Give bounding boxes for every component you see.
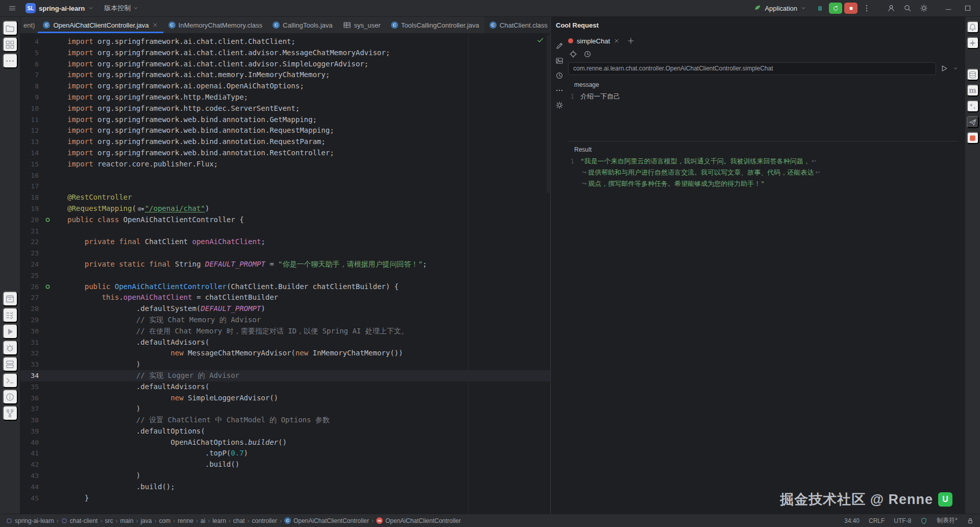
code-line[interactable]: 23 — [20, 248, 550, 259]
code-line[interactable]: 40 OpenAiChatOptions.builder() — [20, 437, 550, 448]
breadcrumb-item[interactable]: ai — [201, 517, 205, 524]
code-line[interactable]: 26 public OpenAiChatClientController(Cha… — [20, 281, 550, 293]
tool-problems[interactable] — [3, 389, 18, 404]
breadcrumb-item[interactable]: renne — [178, 517, 193, 524]
code-line[interactable]: 36 new SimpleLoggerAdvisor() — [20, 393, 550, 404]
code-line[interactable]: 24 private static final String DEFAULT_P… — [20, 259, 550, 270]
tab-ent-[interactable]: ent) — [20, 17, 38, 33]
code-line[interactable]: 22 private final ChatClient openAiChatCl… — [20, 236, 550, 248]
code-line[interactable]: 7import org.springframework.ai.chat.memo… — [20, 69, 550, 81]
minimize-button[interactable] — [941, 2, 955, 15]
code-line[interactable]: 25 — [20, 270, 550, 281]
endpoint-gutter-icon[interactable] — [45, 284, 51, 290]
code-line[interactable]: 6import org.springframework.ai.chat.clie… — [20, 59, 550, 70]
code-line[interactable]: 43 ) — [20, 470, 550, 482]
code-line[interactable]: 31 .defaultAdvisors( — [20, 337, 550, 348]
tool-run[interactable] — [3, 324, 18, 339]
tool-services[interactable] — [3, 356, 18, 372]
history-icon[interactable] — [555, 71, 564, 80]
tool-coverage[interactable] — [967, 132, 979, 144]
tool-debug[interactable] — [3, 340, 18, 355]
tool-ai-assistant[interactable] — [967, 37, 979, 49]
tool-notifications[interactable] — [967, 21, 979, 33]
pause-output-button[interactable] — [813, 2, 827, 15]
code-line[interactable]: 34 // 实现 Logger 的 Advisor — [20, 370, 550, 381]
brush-icon[interactable] — [555, 42, 564, 50]
tool-bookmarks[interactable] — [3, 291, 18, 306]
code-line[interactable]: 41 .topP(0.7) — [20, 448, 550, 459]
tool-more-tools[interactable] — [3, 53, 18, 68]
code-line[interactable]: 28 .defaultSystem(DEFAULT_PROMPT) — [20, 303, 550, 315]
code-line[interactable]: 9import org.springframework.http.MediaTy… — [20, 92, 550, 103]
tool-maven[interactable]: m — [967, 84, 979, 97]
breadcrumb-item[interactable]: com — [159, 517, 170, 524]
tool-terminal[interactable] — [3, 373, 18, 388]
code-line[interactable]: 29 // 实现 Chat Memory 的 Advisor — [20, 315, 550, 326]
request-tab-simplechat[interactable]: simpleChat — [568, 37, 620, 45]
close-icon[interactable] — [152, 22, 158, 28]
code-line[interactable]: 44 .build(); — [20, 482, 550, 493]
breadcrumb-item[interactable]: java — [140, 517, 152, 524]
file-encoding[interactable]: UTF-8 — [894, 517, 911, 524]
tab-openaichatclientcontroller-java[interactable]: COpenAiChatClientController.java — [38, 17, 163, 33]
breadcrumb-item[interactable]: chat-client — [61, 517, 98, 524]
stop-button[interactable] — [844, 3, 857, 14]
code-line[interactable]: 12import org.springframework.web.bind.an… — [20, 125, 550, 136]
add-request-tab-button[interactable] — [627, 37, 635, 45]
breadcrumb-item[interactable]: chat — [233, 517, 245, 524]
result-viewer[interactable]: 1"我是一个来自阿里云的语言模型，我叫通义千问。我被训练来回答各种问题，↩↪提供… — [568, 156, 959, 514]
code-line[interactable]: 42 .build() — [20, 459, 550, 470]
code-line[interactable]: 21 — [20, 226, 550, 237]
image-icon[interactable] — [555, 57, 564, 65]
clock-icon[interactable] — [583, 50, 592, 58]
project-widget[interactable]: SL spring-ai-learn — [22, 3, 97, 13]
breadcrumb-item[interactable]: COpenAiChatClientController — [284, 517, 369, 524]
code-line[interactable]: 37 ) — [20, 403, 550, 415]
code-line[interactable]: 10import org.springframework.http.codec.… — [20, 103, 550, 114]
code-line[interactable]: 17 — [20, 181, 550, 192]
maximize-button[interactable] — [961, 2, 975, 15]
chevron-down-icon[interactable] — [952, 65, 959, 71]
code-line[interactable]: 20public class OpenAiChatClientControlle… — [20, 214, 550, 226]
code-line[interactable]: 8import org.springframework.ai.openai.Op… — [20, 81, 550, 92]
breadcrumb-item[interactable]: main — [120, 517, 133, 524]
breadcrumb-item[interactable]: mOpenAiChatClientController — [376, 517, 461, 524]
breadcrumb-item[interactable]: src — [105, 517, 113, 524]
tab-sys-user[interactable]: sys_user — [338, 17, 386, 33]
tab-toolscallingcontroller-java[interactable]: CToolsCallingController.java — [386, 17, 484, 33]
code-line[interactable]: 15import reactor.core.publisher.Flux; — [20, 159, 550, 170]
navigate-to-code-icon[interactable] — [569, 50, 577, 58]
tool-todo[interactable] — [3, 307, 18, 323]
code-line[interactable]: 16 — [20, 170, 550, 181]
rerun-button[interactable] — [829, 3, 842, 14]
vcs-widget[interactable]: 版本控制 — [100, 4, 143, 13]
send-request-button[interactable] — [940, 64, 948, 73]
code-line[interactable]: 13import org.springframework.web.bind.an… — [20, 136, 550, 148]
request-url-input[interactable]: com.renne.ai.learn.chat.controller.OpenA… — [568, 62, 936, 75]
tool-plugins[interactable] — [967, 100, 979, 112]
tab-inmemorychatmemory-class[interactable]: CInMemoryChatMemory.class — [163, 17, 267, 33]
code-line[interactable]: 39 .defaultOptions( — [20, 426, 550, 437]
code-line[interactable]: 11import org.springframework.web.bind.an… — [20, 114, 550, 126]
code-line[interactable]: 35 .defaultAdvisors( — [20, 381, 550, 393]
message-editor[interactable]: 1 介绍一下自己 — [568, 91, 959, 139]
caret-position[interactable]: 34:40 — [844, 517, 860, 524]
tab-chatclient-class[interactable]: CChatClient.class — [484, 17, 550, 33]
close-icon[interactable] — [614, 38, 620, 44]
code-editor[interactable]: 4import org.springframework.ai.chat.clie… — [20, 34, 550, 514]
code-line[interactable]: 32 new MessageChatMemoryAdvisor(new InMe… — [20, 348, 550, 359]
tab-callingtools-java[interactable]: CCallingTools.java — [267, 17, 338, 33]
code-line[interactable]: 27 this.openAiChatClient = chatClientBui… — [20, 292, 550, 303]
code-with-me-button[interactable] — [884, 2, 898, 15]
shield-icon[interactable] — [920, 517, 927, 524]
tool-structure[interactable] — [3, 37, 18, 52]
search-everywhere-button[interactable] — [900, 2, 915, 15]
code-line[interactable]: 4import org.springframework.ai.chat.clie… — [20, 36, 550, 47]
indent-style[interactable]: 制表符* — [937, 516, 958, 525]
code-line[interactable]: 18@RestController — [20, 192, 550, 203]
line-separator[interactable]: CRLF — [869, 517, 885, 524]
lock-icon[interactable] — [967, 517, 974, 524]
breadcrumb-item[interactable]: controller — [252, 517, 277, 524]
gear-icon[interactable] — [555, 101, 564, 109]
tool-version-control[interactable] — [3, 405, 18, 421]
